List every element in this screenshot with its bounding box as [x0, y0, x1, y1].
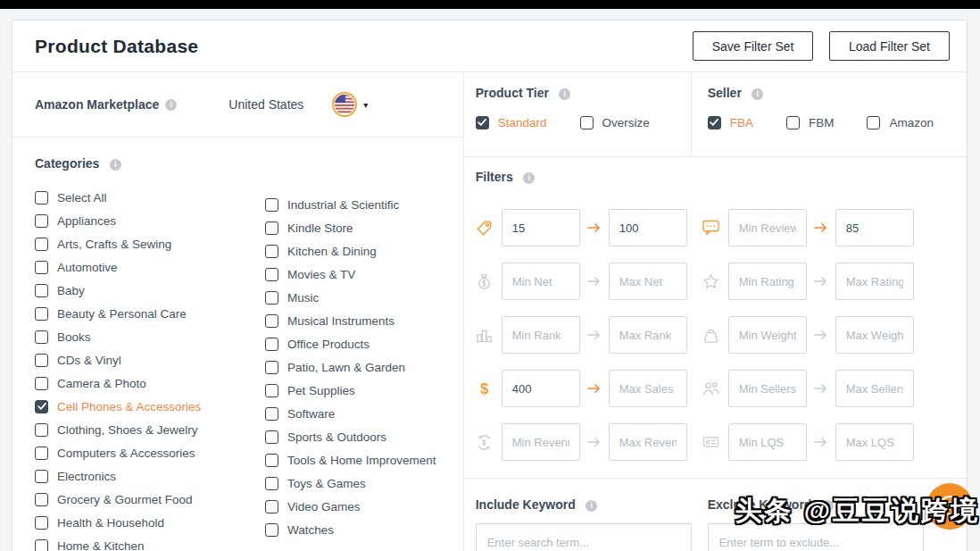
checkbox-option[interactable]: Cell Phones & Accessories	[35, 395, 265, 418]
load-filter-set-button[interactable]: Load Filter Set	[829, 31, 950, 61]
checkbox[interactable]	[265, 245, 278, 258]
checkbox[interactable]	[35, 330, 48, 344]
checkbox-option[interactable]: CDs & Vinyl	[35, 348, 265, 372]
checkbox[interactable]	[35, 423, 48, 437]
min-sellers-input[interactable]	[728, 370, 807, 407]
checkbox-option[interactable]: Clothing, Shoes & Jewelry	[35, 418, 265, 441]
checkbox-option[interactable]: Books	[35, 325, 265, 348]
info-icon[interactable]: i	[523, 172, 535, 184]
checkbox[interactable]	[35, 470, 48, 483]
checkbox[interactable]	[580, 116, 594, 129]
checkbox[interactable]	[265, 268, 278, 281]
checkbox[interactable]	[265, 384, 278, 397]
checkbox-option[interactable]: Amazon	[867, 114, 934, 130]
checkbox-option[interactable]: Standard	[476, 114, 547, 130]
checkbox[interactable]	[867, 116, 880, 129]
checkbox-option[interactable]: Musical Instruments	[265, 309, 436, 332]
checkbox[interactable]	[35, 191, 48, 205]
checkbox-option[interactable]: Select All	[35, 186, 265, 209]
checkbox-option[interactable]: Sports & Outdoors	[265, 425, 436, 448]
max-rating-input[interactable]	[835, 263, 914, 300]
min-lqs-input[interactable]	[728, 423, 807, 461]
checkbox[interactable]	[476, 116, 489, 129]
checkbox-option[interactable]: Kindle Store	[265, 216, 436, 239]
min-reviews-input[interactable]	[728, 209, 807, 246]
checkbox[interactable]	[265, 430, 278, 444]
info-icon[interactable]: i	[559, 88, 570, 100]
checkbox[interactable]	[265, 291, 278, 305]
checkbox-option[interactable]: Watches	[265, 518, 436, 541]
checkbox[interactable]	[35, 400, 48, 413]
checkbox[interactable]	[708, 116, 721, 129]
max-reviews-input[interactable]	[835, 209, 914, 246]
checkbox-option[interactable]: Kitchen & Dining	[265, 239, 436, 263]
chevron-down-icon[interactable]: ▾	[363, 100, 368, 110]
min-weight-input[interactable]	[728, 316, 807, 354]
checkbox[interactable]	[35, 354, 48, 367]
checkbox[interactable]	[265, 361, 278, 374]
include-keyword-input[interactable]	[476, 523, 692, 551]
checkbox-option[interactable]: Electronics	[35, 464, 265, 488]
min-price-input[interactable]	[502, 209, 580, 246]
checkbox-option[interactable]: Computers & Accessories	[35, 441, 265, 464]
checkbox-option[interactable]: Camera & Photo	[35, 372, 265, 395]
exclude-keyword-input[interactable]	[708, 523, 924, 551]
info-icon[interactable]: i	[165, 99, 177, 111]
checkbox-option[interactable]: Beauty & Personal Care	[35, 302, 265, 325]
checkbox-option[interactable]: Home & Kitchen	[35, 534, 265, 551]
checkbox[interactable]	[786, 116, 800, 129]
info-icon[interactable]: i	[586, 500, 597, 512]
checkbox[interactable]	[35, 539, 48, 551]
checkbox-option[interactable]: Pet Supplies	[265, 379, 436, 402]
checkbox[interactable]	[35, 307, 48, 321]
checkbox[interactable]	[35, 493, 48, 506]
marketplace-selector[interactable]: ▾	[332, 92, 368, 117]
save-filter-set-button[interactable]: Save Filter Set	[693, 31, 814, 61]
checkbox-option[interactable]: Music	[265, 286, 436, 309]
min-rating-input[interactable]	[728, 263, 807, 300]
checkbox[interactable]	[265, 338, 278, 351]
checkbox[interactable]	[35, 516, 48, 530]
max-sales-input[interactable]	[609, 370, 687, 407]
checkbox-option[interactable]: Automotive	[35, 255, 265, 279]
max-price-input[interactable]	[609, 209, 687, 246]
min-sales-input[interactable]	[502, 370, 580, 407]
checkbox-option[interactable]: Oversize	[580, 114, 650, 130]
max-weight-input[interactable]	[835, 316, 914, 354]
checkbox[interactable]	[265, 500, 278, 513]
checkbox[interactable]	[35, 238, 48, 251]
checkbox[interactable]	[35, 284, 48, 297]
checkbox-option[interactable]: FBA	[708, 114, 753, 130]
checkbox[interactable]	[35, 447, 48, 460]
checkbox[interactable]	[265, 523, 278, 537]
info-icon[interactable]: i	[752, 88, 763, 100]
checkbox[interactable]	[265, 454, 278, 467]
checkbox[interactable]	[265, 314, 278, 328]
checkbox[interactable]	[265, 407, 278, 421]
min-rank-input[interactable]	[502, 316, 580, 354]
checkbox-option[interactable]: Office Products	[265, 332, 436, 355]
checkbox-option[interactable]: Baby	[35, 279, 265, 302]
checkbox-option[interactable]: Movies & TV	[265, 263, 436, 286]
checkbox[interactable]	[265, 221, 278, 235]
info-icon[interactable]: i	[110, 159, 121, 171]
checkbox-option[interactable]: Video Games	[265, 495, 436, 518]
min-net-input[interactable]	[502, 263, 580, 300]
max-revenue-input[interactable]	[609, 423, 687, 461]
checkbox[interactable]	[35, 377, 48, 390]
checkbox-option[interactable]: Grocery & Gourmet Food	[35, 488, 265, 511]
us-flag-icon[interactable]	[332, 92, 357, 117]
info-icon[interactable]: i	[822, 500, 834, 512]
max-net-input[interactable]	[609, 263, 687, 300]
checkbox[interactable]	[265, 198, 278, 212]
checkbox[interactable]	[265, 477, 278, 490]
max-rank-input[interactable]	[609, 316, 687, 354]
help-button[interactable]: ?	[926, 483, 973, 530]
checkbox-option[interactable]: Arts, Crafts & Sewing	[35, 232, 265, 255]
checkbox-option[interactable]: Health & Household	[35, 511, 265, 534]
checkbox-option[interactable]: Patio, Lawn & Garden	[265, 355, 436, 379]
checkbox-option[interactable]: FBM	[786, 114, 835, 130]
min-revenue-input[interactable]	[502, 423, 580, 461]
checkbox-option[interactable]: Appliances	[35, 209, 265, 232]
checkbox-option[interactable]: Tools & Home Improvement	[265, 448, 436, 472]
